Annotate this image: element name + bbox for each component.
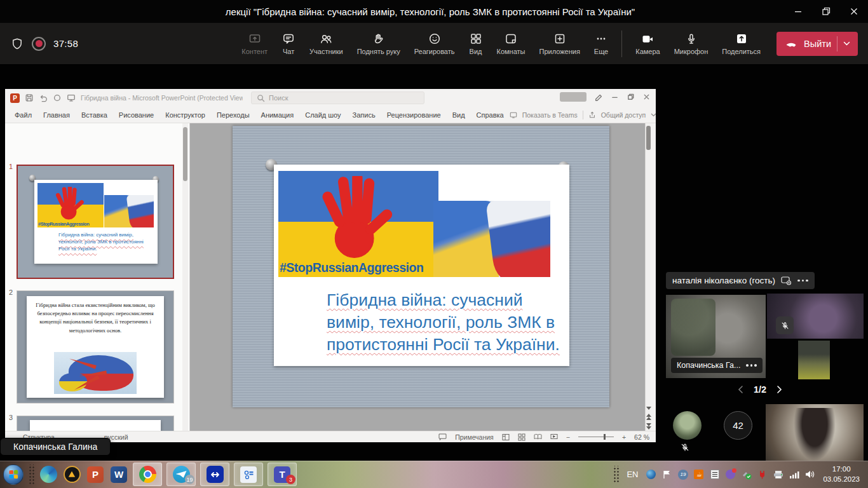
ppt-close-icon[interactable] (642, 93, 651, 101)
present-icon[interactable] (67, 93, 76, 102)
teamviewer-taskbar-button[interactable] (200, 463, 229, 486)
page-previous-icon[interactable] (737, 385, 743, 394)
share-chevron-down-icon[interactable] (651, 113, 656, 117)
scroll-down-icon (646, 407, 651, 410)
view-button[interactable]: Вид (462, 29, 490, 58)
undo-icon[interactable] (39, 93, 48, 102)
microphone-button[interactable]: Микрофон (667, 29, 715, 58)
show-in-teams-button[interactable]: Показать в Teams (522, 111, 578, 119)
network-globe-icon[interactable] (646, 469, 656, 480)
video-tile-small[interactable] (798, 341, 830, 379)
notes-toggle[interactable]: Примечания (455, 433, 494, 441)
slide-canvas: #StopRussianAggression Гібридна війна: с… (189, 123, 651, 431)
ribbon-tab-review[interactable]: Рецензирование (381, 107, 447, 123)
chat-button[interactable]: Чат (275, 29, 302, 58)
video-tile-bottom[interactable] (766, 404, 864, 461)
java-update-icon[interactable]: ☕ (693, 469, 704, 480)
thumbnails-scrollbar[interactable] (182, 123, 188, 431)
tile-more-icon[interactable] (746, 364, 757, 367)
clock[interactable]: 17:00 03.05.2023 (823, 464, 860, 484)
current-slide: #StopRussianAggression Гібридна війна: с… (233, 126, 609, 407)
ribbon-tab-view[interactable]: Вид (447, 107, 471, 123)
language-indicator[interactable]: EN (627, 470, 638, 479)
apps-button[interactable]: Приложения (532, 29, 587, 58)
ribbon-tab-record[interactable]: Запись (347, 107, 381, 123)
pin-video-icon[interactable] (781, 276, 792, 285)
thumb1-title: Гібридна війна: сучасний вимір, технолог… (58, 232, 154, 252)
task-list-icon[interactable] (709, 469, 720, 480)
presenter-name-pill[interactable]: наталія ніколаєнко (гость) (666, 272, 815, 289)
more-button[interactable]: Еще (587, 29, 615, 58)
ribbon-tab-draw[interactable]: Рисование (113, 107, 159, 123)
slide-thumbnail-3[interactable]: Наукова та публіцистична література неод… (17, 416, 174, 431)
slide-thumbnail-1[interactable]: #StopRussianAggression Гібридна війна: с… (17, 165, 174, 279)
save-icon[interactable] (25, 93, 34, 102)
restore-icon[interactable] (812, 0, 840, 23)
slide-thumbnail-2[interactable]: Гібридна війна стала екзистенційним викл… (17, 290, 174, 403)
word-taskbar-icon[interactable]: W (109, 465, 128, 484)
window-titlebar: лекції "Гібридна війна: сучасний вимір, … (0, 0, 868, 23)
participant-avatar[interactable] (673, 411, 702, 440)
chrome-taskbar-button[interactable] (133, 463, 162, 486)
share-button[interactable]: Поделиться (715, 29, 768, 58)
powerpoint-taskbar-icon[interactable]: P (86, 465, 105, 484)
reading-view-icon[interactable] (534, 433, 542, 440)
ribbon-tab-design[interactable]: Конструктор (159, 107, 211, 123)
ppt-restore-icon[interactable] (627, 93, 635, 101)
usb-safely-remove-icon[interactable] (741, 469, 752, 480)
raise-hand-button[interactable]: Поднять руку (350, 29, 407, 58)
slideshow-view-icon[interactable] (550, 433, 558, 440)
leave-chevron-down-icon[interactable] (843, 41, 850, 46)
meeting-timer: 37:58 (53, 38, 78, 49)
minimize-icon[interactable] (784, 0, 812, 23)
ribbon-tab-help[interactable]: Справка (471, 107, 510, 123)
action-center-flag-icon[interactable] (661, 469, 672, 480)
canvas-scrollbar[interactable] (645, 123, 651, 431)
volume-icon[interactable] (804, 469, 815, 480)
teams-taskbar-button[interactable]: T 3 (268, 463, 297, 486)
start-button[interactable] (3, 464, 24, 485)
content-button[interactable]: Контент (234, 29, 275, 58)
camera-button[interactable]: Камера (628, 29, 667, 58)
ribbon-tab-animations[interactable]: Анимация (255, 107, 300, 123)
ppt-minimize-icon[interactable] (611, 93, 619, 101)
close-icon[interactable] (840, 0, 868, 23)
system-settings-taskbar-button[interactable] (234, 463, 263, 486)
printer-tray-icon[interactable] (773, 469, 783, 480)
page-next-icon[interactable] (776, 385, 783, 394)
signal-bars-icon[interactable] (789, 469, 799, 480)
video-tile-student[interactable] (767, 294, 864, 339)
normal-view-icon[interactable] (502, 433, 510, 441)
ribbon-tab-transitions[interactable]: Переходы (211, 107, 255, 123)
edge-icon[interactable] (39, 465, 58, 484)
slide-sorter-icon[interactable] (518, 433, 526, 441)
react-button[interactable]: Реагировать (407, 29, 462, 58)
search-icon (257, 94, 265, 102)
zoom-in-button[interactable]: + (622, 433, 626, 441)
viber-tray-icon[interactable] (725, 469, 736, 480)
ribbon-tab-file[interactable]: Файл (9, 107, 37, 123)
pencil-icon[interactable] (594, 93, 603, 102)
ribbon-tab-slideshow[interactable]: Слайд шоу (299, 107, 346, 123)
telegram-tray-icon[interactable]: 19 (677, 469, 688, 480)
participants-button[interactable]: Участники (302, 29, 350, 58)
ribbon-tab-home[interactable]: Главная (37, 107, 76, 123)
aimp-icon[interactable] (62, 465, 81, 484)
record-icon[interactable] (53, 93, 62, 102)
search-input[interactable]: Поиск (251, 92, 424, 104)
rooms-button[interactable]: Комнаты (490, 29, 532, 58)
telegram-taskbar-button[interactable]: 19 (166, 463, 196, 486)
ukraine-flag-hand-image: #StopRussianAggression (278, 171, 438, 277)
leave-button[interactable]: Выйти (776, 32, 858, 56)
avatar-muted-mic-icon (680, 442, 690, 452)
share-doc-button[interactable]: Общий доступ (601, 111, 646, 119)
presenter-more-icon[interactable] (797, 280, 808, 282)
zoom-level[interactable]: 62 % (634, 433, 649, 441)
zoom-out-button[interactable]: − (566, 433, 570, 441)
hashtag-text: #StopRussianAggression (38, 221, 89, 227)
power-plug-icon[interactable] (757, 469, 768, 480)
device-controls: Камера Микрофон Поделиться (628, 29, 768, 58)
video-tile-kopachynska[interactable]: Копачинська Га... (666, 295, 766, 378)
zoom-slider[interactable] (578, 437, 614, 437)
ribbon-tab-insert[interactable]: Вставка (76, 107, 113, 123)
